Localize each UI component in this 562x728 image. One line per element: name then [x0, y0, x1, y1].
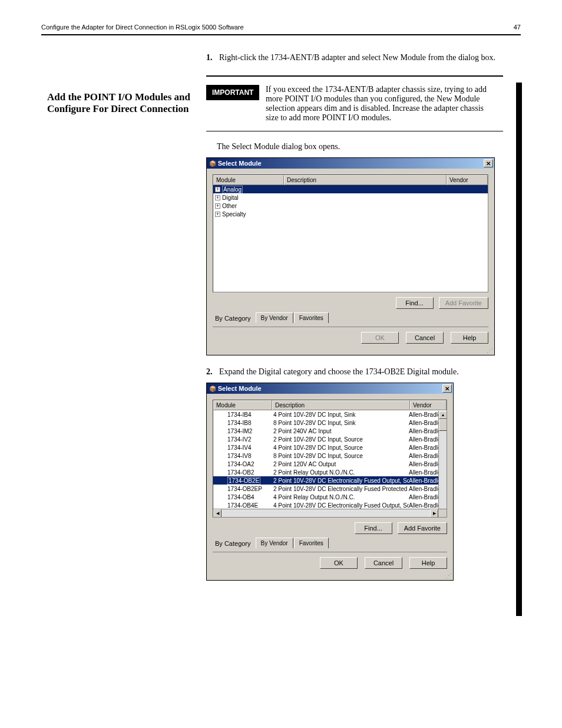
- important-text: If you exceed the 1734-AENT/B adapter ch…: [266, 85, 495, 123]
- list-item[interactable]: 1734-OB4E4 Point 10V-28V DC Electronical…: [213, 501, 447, 509]
- dialog-titlebar: Select Module ✕: [207, 383, 453, 394]
- list-item[interactable]: 1734-OB2EP2 Point 10V-28V DC Electronica…: [213, 485, 447, 493]
- left-column-title: Add the POINT I/O Modules and Configure …: [47, 91, 194, 115]
- tree-item-other[interactable]: +Other: [213, 202, 488, 210]
- tree-label: Specialty: [222, 211, 246, 218]
- col-vendor[interactable]: Vendor: [447, 175, 488, 185]
- find-row: Find... Add Favorite: [213, 522, 447, 534]
- scroll-track[interactable]: [439, 431, 447, 509]
- dialog-title: Select Module: [209, 385, 262, 392]
- list-item[interactable]: 1734-IB44 Point 10V-28V DC Input, SinkAl…: [213, 410, 447, 419]
- module-cell: 1734-OB4E: [214, 502, 273, 509]
- listview-header: Module Description Vendor: [213, 400, 447, 410]
- module-cell: 1734-IM2: [214, 428, 273, 434]
- dialog-title: Select Module: [209, 160, 262, 167]
- scroll-thumb[interactable]: [439, 419, 447, 431]
- description-cell: 4 Point 10V-28V DC Electronically Fused …: [273, 502, 409, 509]
- module-listview[interactable]: Module Description Vendor +Analog+Digita…: [213, 174, 488, 292]
- col-module[interactable]: Module: [213, 400, 272, 410]
- module-cell: 1734-IV8: [214, 453, 273, 459]
- tree-label: Analog: [222, 186, 243, 193]
- find-row: Find... Add Favorite: [213, 297, 488, 309]
- important-label: IMPORTANT: [206, 85, 259, 100]
- tab-favorites[interactable]: Favorites: [294, 312, 329, 323]
- expand-icon[interactable]: +: [215, 212, 220, 217]
- horizontal-scrollbar[interactable]: ◀ ▶: [213, 509, 447, 517]
- tree-item-analog[interactable]: +Analog: [213, 185, 488, 193]
- find-button[interactable]: Find...: [396, 297, 434, 309]
- header-page-number: 47: [514, 24, 521, 31]
- dialog-buttons: OK Cancel Help: [213, 330, 488, 346]
- list-item[interactable]: 1734-OB22 Point Relay Output N.O./N.C.Al…: [213, 468, 447, 476]
- list-item[interactable]: 1734-OA22 Point 120V AC OutputAllen-Brad…: [213, 460, 447, 468]
- ok-button[interactable]: OK: [320, 557, 358, 569]
- separator: [213, 327, 488, 327]
- module-cell: 1734-OB2E: [214, 477, 273, 484]
- page-header: Configure the Adapter for Direct Connect…: [41, 24, 521, 35]
- dialog-buttons: OK Cancel Help: [213, 555, 447, 571]
- module-cell: 1734-IB4: [214, 411, 273, 418]
- tab-by-category[interactable]: By Category: [213, 312, 256, 323]
- separator: [206, 131, 503, 131]
- tab-favorites[interactable]: Favorites: [294, 538, 329, 548]
- help-button[interactable]: Help: [451, 332, 488, 344]
- list-item[interactable]: 1734-OB44 Point Relay Output N.O./N.C.Al…: [213, 493, 447, 501]
- help-button[interactable]: Help: [409, 557, 447, 569]
- add-favorite-button[interactable]: Add Favorite: [398, 522, 447, 534]
- description-cell: 2 Point Relay Output N.O./N.C.: [273, 469, 409, 476]
- vertical-scrollbar[interactable]: ▲ ▼: [438, 411, 447, 517]
- module-cell: 1734-OA2: [214, 461, 273, 467]
- list-item[interactable]: 1734-IM22 Point 240V AC InputAllen-Bradl…: [213, 427, 447, 435]
- find-button[interactable]: Find...: [355, 522, 392, 534]
- separator: [213, 552, 447, 552]
- scroll-left-icon[interactable]: ◀: [213, 509, 222, 518]
- step-1-text: Right-click the 1734-AENT/B adapter and …: [219, 53, 495, 62]
- list-item[interactable]: 1734-IV44 Point 10V-28V DC Input, Source…: [213, 443, 447, 452]
- tree-label: Digital: [222, 195, 239, 201]
- select-module-dialog-1: Select Module ✕ Module Description Vendo…: [206, 157, 495, 355]
- list-item[interactable]: 1734-IB88 Point 10V-28V DC Input, SinkAl…: [213, 419, 447, 427]
- module-listview[interactable]: Module Description Vendor 1734-IB44 Poin…: [213, 400, 447, 518]
- module-cell: 1734-IB8: [214, 420, 273, 426]
- step-number-1: 1.: [206, 53, 213, 62]
- separator: [206, 75, 503, 77]
- list-item[interactable]: 1734-IV22 Point 10V-28V DC Input, Source…: [213, 435, 447, 443]
- expand-icon[interactable]: +: [215, 203, 220, 209]
- scroll-up-icon[interactable]: ▲: [439, 411, 447, 419]
- list-item[interactable]: 1734-OB2E2 Point 10V-28V DC Electronical…: [213, 476, 447, 485]
- close-icon[interactable]: ✕: [484, 159, 493, 167]
- filter-tabs: By Category By Vendor Favorites: [213, 312, 488, 323]
- description-cell: 2 Point 10V-28V DC Input, Source: [273, 436, 409, 443]
- cancel-button[interactable]: Cancel: [406, 332, 444, 344]
- step-2: 2. Expand the Digital category and choos…: [206, 367, 503, 377]
- cancel-button[interactable]: Cancel: [365, 557, 402, 569]
- col-module[interactable]: Module: [213, 175, 284, 185]
- header-title: Configure the Adapter for Direct Connect…: [41, 24, 244, 31]
- module-cell: 1734-IV2: [214, 436, 273, 443]
- tree-item-specialty[interactable]: +Specialty: [213, 210, 488, 218]
- col-vendor[interactable]: Vendor: [410, 400, 447, 410]
- description-cell: 8 Point 10V-28V DC Input, Sink: [273, 420, 409, 426]
- important-block: IMPORTANT If you exceed the 1734-AENT/B …: [206, 85, 503, 123]
- col-description[interactable]: Description: [284, 175, 447, 185]
- module-cell: 1734-OB2EP: [214, 486, 273, 492]
- list-item[interactable]: 1734-IV88 Point 10V-28V DC Input, Source…: [213, 452, 447, 460]
- tab-by-category[interactable]: By Category: [213, 538, 256, 548]
- description-cell: 2 Point 10V-28V DC Electronically Fused …: [273, 477, 409, 484]
- tab-by-vendor[interactable]: By Vendor: [256, 312, 293, 323]
- select-module-dialog-2: Select Module ✕ Module Description Vendo…: [206, 383, 454, 581]
- scroll-track[interactable]: [222, 509, 430, 517]
- filter-tabs: By Category By Vendor Favorites: [213, 538, 447, 548]
- resize-grip-icon[interactable]: ⋰: [207, 347, 494, 355]
- close-icon[interactable]: ✕: [442, 384, 452, 393]
- resize-grip-icon[interactable]: ⋰: [207, 572, 453, 580]
- description-cell: 4 Point Relay Output N.O./N.C.: [273, 494, 409, 500]
- tab-by-vendor[interactable]: By Vendor: [256, 538, 293, 548]
- col-description[interactable]: Description: [272, 400, 410, 410]
- tree-item-digital[interactable]: +Digital: [213, 193, 488, 202]
- step-number-2: 2.: [206, 367, 213, 376]
- expand-icon[interactable]: +: [215, 195, 220, 200]
- scroll-right-icon[interactable]: ▶: [430, 509, 438, 518]
- step-1: 1. Right-click the 1734-AENT/B adapter a…: [206, 53, 503, 62]
- expand-icon[interactable]: +: [215, 187, 220, 192]
